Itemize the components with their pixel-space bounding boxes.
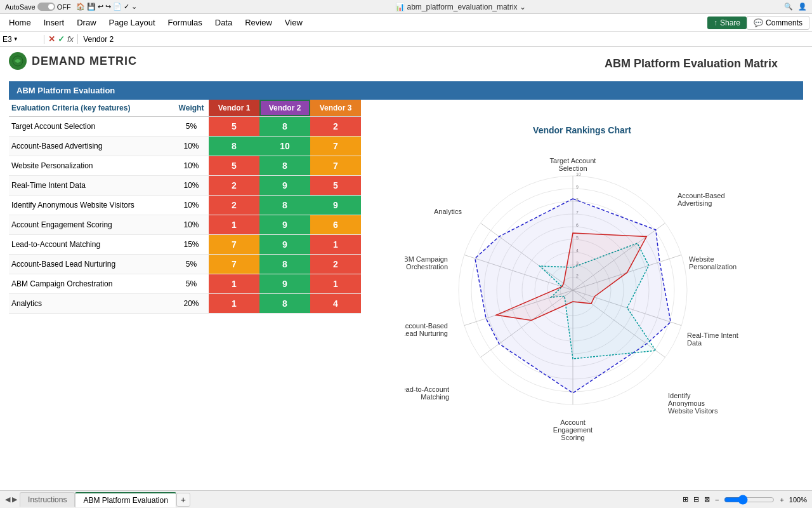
svg-text:Target Account: Target Account xyxy=(549,157,596,164)
cell-vendor1[interactable]: 5 xyxy=(209,156,259,175)
cell-reference[interactable]: E3 ▼ xyxy=(0,35,44,44)
fx-label: fx xyxy=(67,34,74,44)
sheet-tab-evaluation[interactable]: ABM Platform Evaluation xyxy=(75,492,176,507)
logo-icon xyxy=(9,52,27,70)
add-sheet-button[interactable]: + xyxy=(176,493,190,507)
cell-vendor3[interactable]: 7 xyxy=(310,156,361,175)
cell-vendor1[interactable]: 1 xyxy=(209,215,259,234)
zoom-slider[interactable] xyxy=(724,495,775,505)
logo-area: Demand Metric xyxy=(9,52,137,70)
zoom-in-icon[interactable]: + xyxy=(780,496,783,504)
share-button[interactable]: ↑ Share xyxy=(707,17,747,29)
file-icon: 📊 xyxy=(395,3,405,11)
row-weight: 10% xyxy=(174,181,209,190)
chart-section: Vendor Rankings Chart xyxy=(361,100,803,443)
autosave-state: OFF xyxy=(57,3,71,11)
cell-vendor2[interactable]: 9 xyxy=(259,176,310,195)
bottom-right-controls: ⊞ ⊟ ⊠ − + 100% xyxy=(683,495,807,505)
row-criteria: Website Personalization xyxy=(9,157,174,175)
cell-vendor3[interactable]: 1 xyxy=(310,235,361,254)
cell-vendor3[interactable]: 5 xyxy=(310,176,361,195)
quick-access-toolbar: 🏠 💾 ↩ ↪ 📄 ✓ ⌄ xyxy=(76,3,137,11)
row-weight: 5% xyxy=(174,279,209,288)
row-criteria: Target Account Selection xyxy=(9,117,174,135)
sheet-tab-instructions[interactable]: Instructions xyxy=(20,492,75,507)
cell-vendor1[interactable]: 2 xyxy=(209,196,259,215)
cell-vendor1[interactable]: 8 xyxy=(209,137,259,156)
cell-vendor3[interactable]: 7 xyxy=(310,137,361,156)
cell-vendor1[interactable]: 1 xyxy=(209,294,259,313)
radar-svg: 2 3 4 5 6 7 8 9 10 xyxy=(405,138,760,443)
menu-formulas[interactable]: Formulas xyxy=(162,15,209,30)
row-criteria: Account-Based Advertising xyxy=(9,137,174,155)
view-page-break-icon[interactable]: ⊠ xyxy=(704,495,710,504)
cell-vendor2[interactable]: 9 xyxy=(259,235,310,254)
cell-vendor2[interactable]: 9 xyxy=(259,274,310,293)
row-criteria: Analytics xyxy=(9,295,174,312)
row-weight: 15% xyxy=(174,240,209,249)
cell-vendor2[interactable]: 8 xyxy=(259,294,310,313)
svg-text:Website Visitors: Website Visitors xyxy=(668,407,718,415)
menu-data[interactable]: Data xyxy=(209,15,239,30)
cell-vendor2[interactable]: 9 xyxy=(259,215,310,234)
svg-text:Engagement: Engagement xyxy=(553,426,592,434)
col-vendor3-header[interactable]: Vendor 3 xyxy=(310,100,361,116)
menu-home[interactable]: Home xyxy=(3,15,37,30)
cell-vendor3[interactable]: 6 xyxy=(310,215,361,234)
cell-vendor1[interactable]: 7 xyxy=(209,235,259,254)
confirm-formula[interactable]: ✓ xyxy=(58,34,65,44)
row-criteria: Real-Time Intent Data xyxy=(9,177,174,194)
formula-buttons: ✕ ✓ fx xyxy=(44,34,78,44)
menu-draw[interactable]: Draw xyxy=(70,15,102,30)
cell-vendor2[interactable]: 8 xyxy=(259,255,310,274)
svg-text:Data: Data xyxy=(687,339,702,347)
formula-bar: E3 ▼ ✕ ✓ fx Vendor 2 xyxy=(0,32,812,47)
cell-ref-arrow[interactable]: ▼ xyxy=(13,36,18,42)
svg-text:Orchestration: Orchestration xyxy=(405,263,447,271)
comments-button[interactable]: 💬 Comments xyxy=(747,16,809,30)
svg-text:Account: Account xyxy=(560,418,586,426)
dropdown-icon: ⌄ xyxy=(520,3,526,11)
content-wrapper: Evaluation Criteria (key features) Weigh… xyxy=(9,100,803,443)
cell-vendor3[interactable]: 9 xyxy=(310,196,361,215)
section-header: ABM Platform Evaluation xyxy=(9,81,803,100)
cell-vendor3[interactable]: 4 xyxy=(310,294,361,313)
cell-vendor3[interactable]: 2 xyxy=(310,255,361,274)
cell-vendor2[interactable]: 8 xyxy=(259,156,310,175)
menu-review[interactable]: Review xyxy=(239,15,278,30)
cell-vendor1[interactable]: 5 xyxy=(209,117,259,136)
svg-text:Matching: Matching xyxy=(421,393,449,401)
user-icon[interactable]: 👤 xyxy=(798,3,807,11)
table-row: Identify Anonymous Website Visitors 10% … xyxy=(9,196,361,215)
svg-text:ABM Campaign: ABM Campaign xyxy=(405,255,448,263)
row-weight: 20% xyxy=(174,299,209,308)
table-row: Lead-to-Account Matching 15% 7 9 1 xyxy=(9,235,361,255)
cell-vendor1[interactable]: 7 xyxy=(209,255,259,274)
cell-vendor1[interactable]: 1 xyxy=(209,274,259,293)
cell-vendor3[interactable]: 1 xyxy=(310,274,361,293)
cancel-formula[interactable]: ✕ xyxy=(48,34,55,44)
table-row: Analytics 20% 1 8 4 xyxy=(9,294,361,314)
tab-navigation[interactable]: ◀ ▶ xyxy=(5,495,17,504)
zoom-out-icon[interactable]: − xyxy=(715,496,719,504)
col-vendor1-header[interactable]: Vendor 1 xyxy=(209,100,259,116)
cell-vendor2[interactable]: 8 xyxy=(259,196,310,215)
row-criteria: Lead-to-Account Matching xyxy=(9,236,174,253)
cell-vendor2[interactable]: 10 xyxy=(259,137,310,156)
search-icon[interactable]: 🔍 xyxy=(784,3,793,11)
menu-insert[interactable]: Insert xyxy=(37,15,71,30)
svg-text:10: 10 xyxy=(576,172,581,177)
formula-input[interactable]: Vendor 2 xyxy=(78,35,812,44)
row-weight: 10% xyxy=(174,220,209,229)
view-page-layout-icon[interactable]: ⊟ xyxy=(693,495,699,504)
menu-view[interactable]: View xyxy=(278,15,309,30)
cell-vendor3[interactable]: 2 xyxy=(310,117,361,136)
autosave-toggle[interactable] xyxy=(37,3,55,11)
svg-text:Account-Based: Account-Based xyxy=(405,322,448,330)
menu-page-layout[interactable]: Page Layout xyxy=(103,15,162,30)
cell-vendor1[interactable]: 2 xyxy=(209,176,259,195)
col-vendor2-header[interactable]: Vendor 2 xyxy=(259,100,310,116)
cell-vendor2[interactable]: 8 xyxy=(259,117,310,136)
view-normal-icon[interactable]: ⊞ xyxy=(683,495,688,504)
top-right-icons: 🔍 👤 xyxy=(784,3,807,11)
